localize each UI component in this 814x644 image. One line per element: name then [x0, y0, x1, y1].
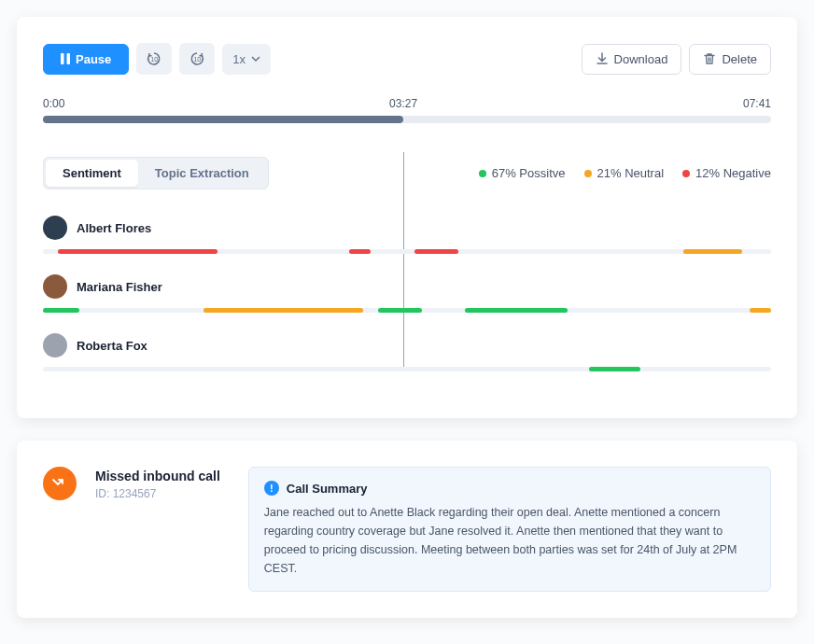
segment-yellow [750, 308, 771, 313]
pause-icon [61, 53, 70, 64]
call-title: Missed inbound call [95, 469, 220, 483]
delete-button[interactable]: Delete [689, 44, 771, 75]
call-id: ID: 1234567 [95, 487, 220, 500]
sentiment-track[interactable] [43, 249, 771, 254]
segment-green [465, 308, 567, 313]
dot-green-icon [479, 170, 486, 177]
segment-yellow [204, 308, 364, 313]
segment-green [589, 367, 640, 371]
segment-yellow [683, 249, 741, 254]
speaker-row: Albert Flores [43, 216, 771, 254]
sentiment-track[interactable] [43, 308, 771, 313]
tab-sentiment[interactable]: Sentiment [46, 160, 138, 187]
summary-body: Jane reached out to Anette Black regardi… [264, 503, 755, 578]
summary-box: ! Call Summary Jane reached out to Anett… [248, 467, 771, 592]
sentiment-track[interactable] [43, 367, 771, 371]
time-current: 03:27 [389, 97, 417, 110]
download-label: Download [614, 52, 668, 66]
tab-group: Sentiment Topic Extraction [43, 157, 269, 189]
timeline-labels: 0:00 03:27 07:41 [43, 97, 771, 110]
download-icon [596, 52, 609, 65]
avatar [43, 216, 67, 240]
toolbar: Pause 10 10 1x Download [43, 43, 771, 75]
tab-topic-extraction[interactable]: Topic Extraction [138, 160, 266, 187]
segment-green [378, 308, 422, 313]
skip-back-button[interactable]: 10 [136, 43, 172, 75]
pause-button[interactable]: Pause [43, 44, 129, 75]
time-start: 0:00 [43, 97, 64, 110]
speed-label: 1x [232, 52, 246, 66]
tabs-row: Sentiment Topic Extraction 67% Possitve … [43, 157, 771, 189]
skip-forward-icon: 10 [189, 51, 204, 66]
info-icon: ! [264, 481, 279, 496]
speaker-name: Mariana Fisher [77, 280, 162, 294]
sentiment-legend: 67% Possitve 21% Neutral 12% Negative [479, 166, 771, 180]
avatar [43, 333, 67, 357]
call-summary-card: Missed inbound call ID: 1234567 ! Call S… [17, 441, 797, 618]
speaker-name: Roberta Fox [77, 339, 147, 353]
segment-red [58, 249, 218, 254]
playhead-line [403, 152, 404, 371]
time-end: 07:41 [743, 97, 771, 110]
segment-red [414, 249, 458, 254]
delete-label: Delete [722, 52, 757, 66]
progress-fill [43, 116, 403, 123]
chevron-down-icon [251, 54, 260, 63]
call-meta: Missed inbound call ID: 1234567 [95, 467, 230, 500]
skip-back-icon: 10 [147, 51, 161, 66]
speaker-row: Roberta Fox [43, 333, 771, 371]
pause-label: Pause [76, 52, 111, 66]
player-card: Pause 10 10 1x Download [17, 17, 797, 418]
segment-green [43, 308, 79, 313]
legend-neutral: 21% Neutral [584, 166, 665, 180]
download-button[interactable]: Download [582, 44, 682, 75]
dot-yellow-icon [584, 170, 592, 177]
legend-positive: 67% Possitve [479, 166, 566, 180]
trash-icon [703, 52, 716, 65]
missed-call-icon [43, 467, 77, 500]
avatar [43, 274, 67, 299]
speaker-row: Mariana Fisher [43, 274, 771, 313]
svg-rect-0 [61, 53, 64, 64]
svg-rect-1 [67, 53, 71, 64]
progress-bar[interactable] [43, 116, 771, 123]
summary-title: Call Summary [287, 482, 368, 496]
segment-red [349, 249, 371, 254]
legend-negative: 12% Negative [682, 166, 771, 180]
speed-select[interactable]: 1x [222, 44, 271, 75]
dot-red-icon [682, 170, 690, 177]
speaker-name: Albert Flores [77, 221, 151, 235]
skip-forward-button[interactable]: 10 [179, 43, 215, 75]
speaker-tracks: Albert FloresMariana FisherRoberta Fox [43, 216, 771, 371]
